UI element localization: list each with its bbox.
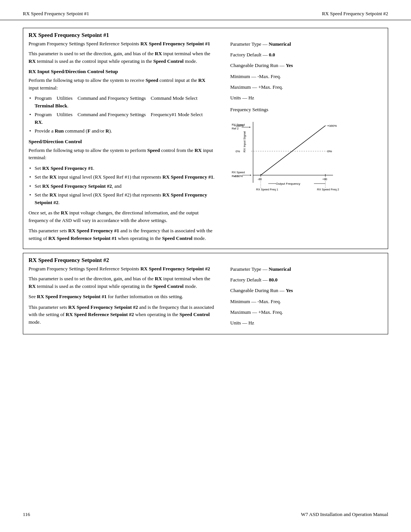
section1-subheading2: Speed/Direction Control: [29, 139, 215, 145]
minimum-row: Minimum — -Max. Freq.: [230, 73, 382, 80]
svg-line-2: [261, 126, 325, 175]
s2-minimum-row: Minimum — -Max. Freq.: [230, 298, 382, 305]
diagram-label: Frequency Settings: [230, 107, 382, 113]
s2-units-row: Units — Hz: [230, 320, 382, 326]
header-left: RX Speed Frequency Setpoint #1: [23, 11, 89, 17]
rx-speed-ref2-label: RX Speed: [232, 123, 245, 126]
bullet2-2: Set the RX input signal level (RX Speed …: [29, 173, 215, 181]
section1-breadcrumb: Program Frequency Settings Speed Referen…: [29, 41, 215, 47]
rx-speed-freq2-label: RX Speed Freq 2: [317, 188, 339, 191]
bullet1-1: Program Utilities Command and Frequency …: [29, 94, 215, 109]
s2-changeable-row: Changeable During Run — Yes: [230, 287, 382, 294]
section1-body1: This parameter is used to set the direct…: [29, 50, 215, 65]
section2-left: Program Frequency Settings Speed Referen…: [29, 266, 226, 330]
footer-left: 116: [23, 511, 30, 518]
section1-two-col: Program Frequency Settings Speed Referen…: [29, 41, 382, 245]
section2-params: Parameter Type — Numerical Factory Defau…: [230, 266, 382, 326]
section1-box: RX Speed Frequency Setpoint #1 Program F…: [23, 28, 388, 249]
x-label-pos80: +80: [322, 177, 327, 181]
page-header: RX Speed Frequency Setpoint #1 RX Speed …: [0, 0, 411, 20]
bullet2-3: Set RX Speed Frequency Setpoint #2, and: [29, 182, 215, 190]
rx-speed-ref2-label2: Ref 2: [232, 127, 239, 130]
rx-speed-ref1-label2: Ref 1: [232, 174, 239, 178]
section2-box: RX Speed Frequency Setpoint #2 Program F…: [23, 253, 388, 334]
rx-input-signal-label: RX Input Signal: [243, 131, 246, 152]
s2-factory-default-row: Factory Default — 80.0: [230, 276, 382, 283]
section1-body3: Perform the following setup to allow the…: [29, 147, 215, 161]
rx-speed-ref1-label: RX Speed: [232, 171, 245, 174]
bullet2-4: Set the RX input signal level (RX Speed …: [29, 191, 215, 206]
x-label-neg80: -80: [258, 177, 262, 181]
section2-breadcrumb: Program Frequency Settings Speed Referen…: [29, 266, 215, 272]
changeable-row: Changeable During Run — Yes: [230, 62, 382, 69]
section1-body4: Once set, as the RX input voltage change…: [29, 209, 215, 224]
frequency-diagram: +100% 0% -100% RX Input Signal +100% 0% …: [230, 114, 341, 198]
section2-body2: See RX Speed Frequency Setpoint #1 for f…: [29, 293, 215, 300]
output-freq-label: Output Frequency: [276, 182, 300, 185]
s2-maximum-row: Maximum — +Max. Freq.: [230, 309, 382, 316]
section1-bullets1: Program Utilities Command and Frequency …: [29, 94, 215, 135]
section1-params: Parameter Type — Numerical Factory Defau…: [230, 41, 382, 101]
page: RX Speed Frequency Setpoint #1 RX Speed …: [0, 0, 411, 532]
section1-title: RX Speed Frequency Setpoint #1: [29, 32, 382, 38]
section1-right: Parameter Type — Numerical Factory Defau…: [226, 41, 382, 245]
section2-two-col: Program Frequency Settings Speed Referen…: [29, 266, 382, 330]
bullet1-2: Program Utilities Command and Frequency …: [29, 111, 215, 126]
section1-body5: This parameter sets RX Speed Frequency #…: [29, 227, 215, 242]
section1-subheading1: RX Input Speed/Direction Control Setup: [29, 69, 215, 75]
section2-title: RX Speed Frequency Setpoint #2: [29, 257, 382, 264]
bullet2-1: Set RX Speed Frequency #1.: [29, 165, 215, 172]
section2-body1: This parameter is used to set the direct…: [29, 275, 215, 290]
page-footer: 116 W7 ASD Installation and Operation Ma…: [0, 508, 411, 521]
footer-right: W7 ASD Installation and Operation Manual: [301, 511, 388, 518]
section2-body3: This parameter sets RX Speed Frequency S…: [29, 304, 215, 326]
section1-body2: Perform the following setup to allow the…: [29, 77, 215, 91]
section1-left: Program Frequency Settings Speed Referen…: [29, 41, 226, 245]
y-right-100-pos: +100%: [327, 124, 337, 128]
section1-bullets2: Set RX Speed Frequency #1. Set the RX in…: [29, 165, 215, 206]
s2-param-type-row: Parameter Type — Numerical: [230, 266, 382, 273]
y-right-0: 0%: [327, 150, 332, 153]
param-type-row: Parameter Type — Numerical: [230, 41, 382, 48]
section2-right: Parameter Type — Numerical Factory Defau…: [226, 266, 382, 330]
main-content: RX Speed Frequency Setpoint #1 Program F…: [0, 20, 411, 359]
rx-speed-freq1-label: RX Speed Freq 1: [256, 188, 278, 191]
header-right: RX Speed Frequency Setpoint #2: [322, 11, 388, 17]
maximum-row: Maximum — +Max. Freq.: [230, 84, 382, 91]
factory-default-row: Factory Default — 0.0: [230, 51, 382, 58]
units-row: Units — Hz: [230, 94, 382, 101]
y-label-0: 0%: [236, 150, 240, 153]
bullet1-3: Provide a Run command (F and/or R).: [29, 127, 215, 135]
